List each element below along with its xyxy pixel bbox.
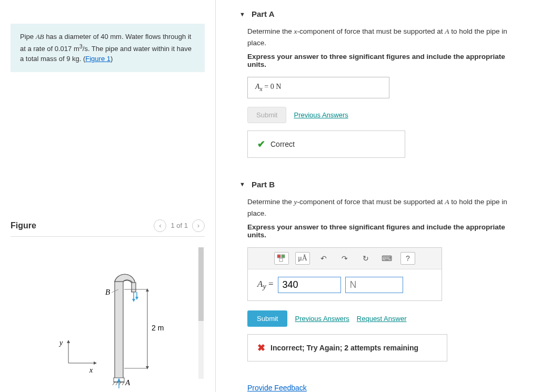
help-icon[interactable]: ? (400, 252, 415, 265)
part-b-unit-input[interactable] (345, 277, 403, 293)
figure-image: y x B (11, 242, 205, 391)
part-a-feedback: ✔ Correct (247, 130, 405, 158)
svg-rect-4 (115, 282, 123, 379)
svg-line-14 (116, 382, 118, 385)
figure-scrollbar[interactable] (198, 247, 204, 379)
figure-link[interactable]: Figure 1 (85, 55, 111, 63)
svg-line-16 (122, 382, 124, 385)
svg-marker-3 (67, 340, 70, 343)
part-b-answer-block: μÅ ↶ ↷ ↻ ⌨ ? Ay = (247, 247, 442, 301)
reset-icon[interactable]: ↻ (358, 252, 373, 265)
part-a-previous-answers-link[interactable]: Previous Answers (294, 111, 348, 119)
template-icon[interactable] (274, 252, 289, 265)
svg-line-13 (113, 382, 115, 385)
part-a-instruction: Express your answer to three significant… (247, 53, 525, 68)
svg-marker-7 (132, 299, 135, 302)
units-icon[interactable]: μÅ (295, 252, 310, 265)
part-b-var-label: Ay = (257, 279, 274, 291)
part-a-prompt: Determine the x-component of force that … (247, 26, 525, 48)
collapse-icon: ▼ (239, 181, 245, 187)
axis-y-label: y (58, 339, 63, 347)
svg-rect-26 (279, 258, 283, 262)
part-b-request-answer-link[interactable]: Request Answer (357, 315, 407, 323)
figure-next-button[interactable]: › (192, 219, 205, 232)
svg-marker-1 (94, 361, 97, 365)
figure-dim-label: 2 m (152, 324, 164, 332)
part-a-body: Determine the x-component of force that … (216, 26, 541, 170)
part-a-submit-button: Submit (247, 107, 286, 123)
cross-icon: ✖ (257, 342, 265, 354)
part-b-title: Part B (252, 180, 275, 189)
part-b-feedback: ✖ Incorrect; Try Again; 2 attempts remai… (247, 334, 447, 361)
right-panel: ▼ Part A Determine the x-component of fo… (216, 0, 541, 392)
part-b-header[interactable]: ▼ Part B (216, 170, 541, 196)
part-a-title: Part A (252, 9, 275, 18)
svg-rect-5 (132, 283, 136, 292)
svg-marker-9 (135, 297, 138, 300)
part-a-header[interactable]: ▼ Part A (216, 0, 541, 26)
part-a-feedback-text: Correct (270, 140, 295, 148)
collapse-icon: ▼ (239, 11, 245, 17)
figure-title: Figure (11, 221, 36, 230)
part-b-feedback-text: Incorrect; Try Again; 2 attempts remaini… (270, 344, 418, 352)
redo-icon[interactable]: ↷ (337, 252, 352, 265)
answer-toolbar: μÅ ↶ ↷ ↻ ⌨ ? (248, 248, 442, 269)
undo-icon[interactable]: ↶ (316, 252, 331, 265)
svg-rect-25 (282, 255, 285, 258)
check-icon: ✔ (257, 138, 265, 150)
left-panel: Pipe AB has a diameter of 40 mm. Water f… (0, 0, 216, 392)
svg-rect-24 (277, 255, 280, 258)
part-b-submit-button[interactable]: Submit (247, 310, 287, 327)
part-b-previous-answers-link[interactable]: Previous Answers (295, 315, 349, 323)
figure-prev-button[interactable]: ‹ (154, 219, 166, 232)
part-b-value-input[interactable] (278, 277, 341, 293)
axis-x-label: x (89, 366, 93, 374)
figure-label-a: A (125, 378, 131, 387)
svg-marker-22 (146, 288, 149, 292)
part-b-instruction: Express your answer to three significant… (247, 223, 525, 239)
figure-nav-label: 1 of 1 (171, 222, 188, 229)
part-b-prompt: Determine the y-component of force that … (247, 196, 525, 219)
problem-statement: Pipe AB has a diameter of 40 mm. Water f… (11, 24, 205, 72)
part-a-answer-display: Ax = 0 N (247, 77, 389, 98)
figure-section: Figure ‹ 1 of 1 › y x (11, 219, 205, 391)
part-b-body: Determine the y-component of force that … (216, 196, 541, 374)
svg-marker-23 (146, 366, 149, 369)
keyboard-icon[interactable]: ⌨ (379, 252, 394, 265)
figure-nav: ‹ 1 of 1 › (154, 219, 205, 232)
provide-feedback-link[interactable]: Provide Feedback (216, 374, 541, 392)
figure-label-b: B (105, 288, 110, 296)
